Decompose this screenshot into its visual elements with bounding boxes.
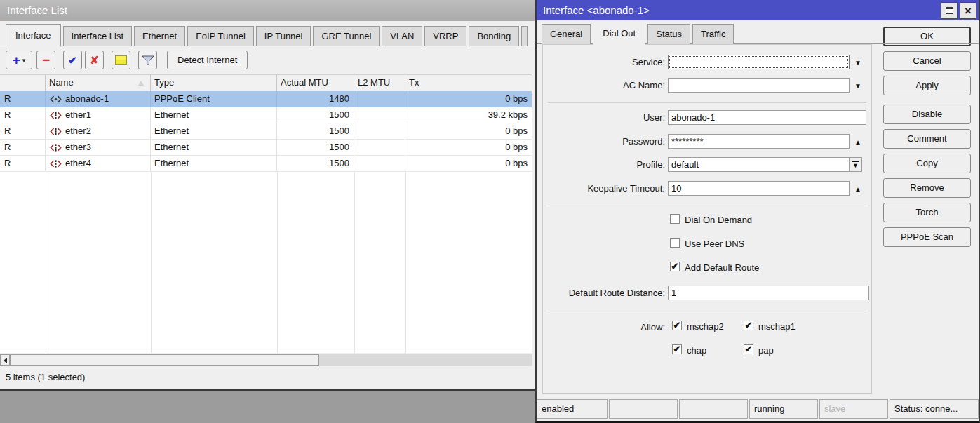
header-type[interactable]: Type: [151, 75, 277, 91]
table-row[interactable]: R ether2 Ethernet 1500 0 bps: [0, 123, 532, 140]
tab-eoip-tunnel[interactable]: EoIP Tunnel: [187, 26, 254, 46]
disable-button[interactable]: Disable: [883, 105, 971, 124]
status-slave: slave: [819, 399, 888, 419]
close-button[interactable]: ×: [960, 2, 976, 19]
tab-status[interactable]: Status: [647, 24, 690, 44]
header-name[interactable]: Name: [46, 75, 151, 91]
row-actual-mtu: 1500: [277, 107, 354, 123]
row-type: Ethernet: [151, 140, 277, 156]
password-input[interactable]: [668, 134, 850, 149]
pppoe-scan-button[interactable]: PPPoE Scan: [883, 227, 971, 247]
dial-on-demand-checkbox[interactable]: [670, 214, 680, 224]
items-status-text: 5 items (1 selected): [0, 366, 535, 389]
default-route-distance-input[interactable]: [668, 286, 869, 300]
header-tx[interactable]: Tx: [405, 75, 532, 91]
row-l2-mtu: [354, 156, 405, 172]
comment-button[interactable]: [112, 51, 130, 69]
status-enabled: enabled: [537, 399, 608, 419]
interface-list-tabbar: Interface Interface List Ethernet EoIP T…: [0, 21, 535, 46]
remove-button[interactable]: Remove: [883, 178, 971, 198]
tab-vrrp[interactable]: VRRP: [424, 26, 466, 46]
header-flags[interactable]: [0, 75, 46, 91]
scrollbar-thumb[interactable]: [10, 354, 319, 366]
table-row[interactable]: R ether3 Ethernet 1500 0 bps: [0, 140, 532, 156]
dialog-titlebar[interactable]: Interface <abonado-1>: [537, 0, 979, 20]
ac-name-label: AC Name:: [540, 80, 665, 90]
tab-partially-hidden[interactable]: [521, 26, 528, 46]
interface-dialog: Interface <abonado-1> × General Dial Out…: [535, 0, 980, 423]
dialog-title: Interface <abonado-1>: [543, 4, 650, 16]
use-peer-dns-checkbox[interactable]: [670, 238, 680, 248]
ethernet-interface-icon: [50, 144, 62, 152]
allow-chap-checkbox[interactable]: ✔: [672, 344, 682, 354]
header-actual-mtu[interactable]: Actual MTU: [277, 75, 354, 91]
tab-traffic[interactable]: Traffic: [692, 24, 734, 44]
separator: [548, 206, 866, 206]
ac-name-input[interactable]: [668, 78, 850, 93]
scroll-left-button[interactable]: [0, 354, 10, 366]
row-name: ether2: [46, 123, 151, 140]
add-default-route-checkbox[interactable]: ✔: [670, 262, 680, 271]
header-l2-mtu[interactable]: L2 MTU: [354, 75, 405, 91]
allow-chap-label: chap: [687, 345, 706, 356]
table-row[interactable]: R ether4 Ethernet 1500 0 bps: [0, 156, 532, 172]
table-row[interactable]: R abonado-1 PPPoE Client 1480 0 bps: [0, 91, 532, 107]
table-row[interactable]: R ether1 Ethernet 1500 39.2 kbps: [0, 107, 532, 123]
allow-mschap1-checkbox[interactable]: ✔: [744, 321, 753, 330]
copy-button[interactable]: Copy: [883, 154, 971, 173]
filter-button[interactable]: [138, 51, 157, 69]
use-peer-dns-label: Use Peer DNS: [685, 239, 744, 249]
allow-mschap2-checkbox[interactable]: ✔: [672, 321, 682, 330]
user-input[interactable]: [668, 110, 866, 125]
ac-name-dropdown-icon[interactable]: ▼: [853, 82, 863, 90]
interface-list-toolbar: + ▾ − ✔ ✘ Detect Internet: [0, 46, 535, 74]
tab-vlan[interactable]: VLAN: [382, 26, 422, 46]
row-tx: 0 bps: [405, 91, 532, 107]
detect-internet-button[interactable]: Detect Internet: [167, 51, 248, 69]
allow-label: Allow:: [540, 322, 665, 333]
add-button[interactable]: + ▾: [6, 51, 32, 69]
profile-dropdown-button[interactable]: ▼: [849, 157, 862, 172]
row-actual-mtu: 1500: [277, 123, 354, 140]
tab-gre-tunnel[interactable]: GRE Tunnel: [313, 26, 380, 46]
chevron-down-icon: ▾: [22, 57, 26, 64]
row-flags: R: [0, 156, 46, 172]
row-actual-mtu: 1500: [277, 156, 354, 172]
row-l2-mtu: [354, 91, 405, 107]
tab-ip-tunnel[interactable]: IP Tunnel: [256, 26, 311, 46]
row-name: ether1: [46, 107, 151, 123]
horizontal-scrollbar[interactable]: [0, 354, 532, 366]
remove-button[interactable]: −: [36, 51, 55, 69]
scroll-left-icon: [4, 358, 7, 363]
tab-interface[interactable]: Interface: [6, 24, 61, 47]
tab-general[interactable]: General: [542, 24, 591, 44]
row-tx: 0 bps: [405, 123, 532, 140]
enable-button[interactable]: ✔: [63, 51, 82, 69]
maximize-icon: [946, 7, 953, 14]
row-flags: R: [0, 107, 46, 123]
allow-mschap2-label: mschap2: [687, 321, 724, 332]
cancel-button[interactable]: Cancel: [883, 51, 971, 71]
tab-dial-out[interactable]: Dial Out: [593, 22, 645, 45]
row-name: abonado-1: [46, 91, 151, 107]
keepalive-timeout-input[interactable]: [668, 181, 850, 196]
status-empty-2: [679, 399, 748, 419]
comment-button[interactable]: Comment: [883, 129, 971, 149]
torch-button[interactable]: Torch: [883, 203, 971, 222]
password-collapse-icon[interactable]: ▲: [853, 138, 863, 147]
tab-bonding[interactable]: Bonding: [469, 26, 519, 46]
tab-ethernet[interactable]: Ethernet: [134, 26, 185, 46]
keepalive-collapse-icon[interactable]: ▲: [853, 185, 863, 194]
add-default-route-label: Add Default Route: [685, 262, 759, 273]
profile-input[interactable]: [668, 157, 850, 172]
disable-button[interactable]: ✘: [85, 51, 104, 69]
row-name: ether4: [46, 156, 151, 172]
apply-button[interactable]: Apply: [883, 76, 971, 95]
row-tx: 0 bps: [405, 140, 532, 156]
interface-list-titlebar[interactable]: Interface List: [0, 0, 535, 21]
service-dropdown-icon[interactable]: ▼: [853, 59, 863, 67]
tab-interface-list[interactable]: Interface List: [63, 26, 132, 46]
service-input[interactable]: [668, 55, 850, 69]
allow-pap-checkbox[interactable]: ✔: [744, 344, 753, 354]
maximize-button[interactable]: [941, 2, 958, 19]
